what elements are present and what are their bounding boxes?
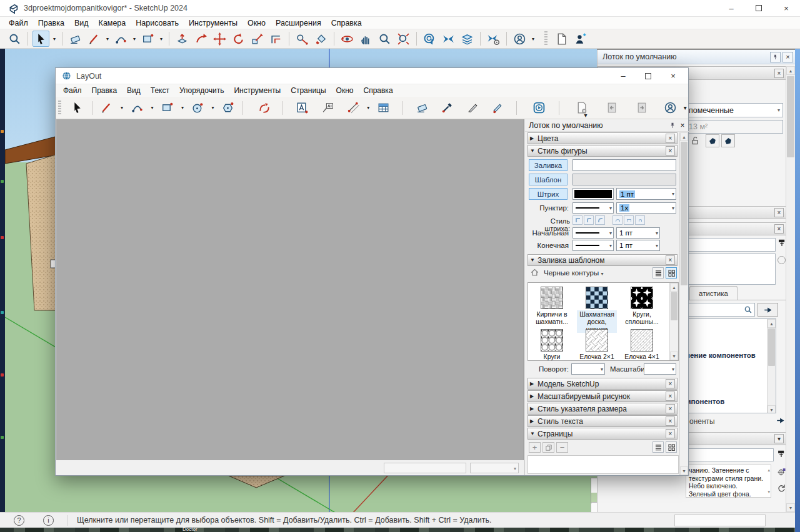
section-colors[interactable]: ▶ Цвета ×	[528, 132, 678, 144]
zoom-extents-button[interactable]	[395, 31, 412, 47]
menu-camera[interactable]: Камера	[94, 17, 131, 29]
dropdown-arrow-icon[interactable]: ▾	[119, 105, 125, 111]
select-dropdown-arrow-icon[interactable]: ▾	[51, 36, 58, 42]
house-wall[interactable]	[26, 154, 58, 310]
pages-list[interactable]	[528, 455, 679, 474]
layout-tray-scrollbar[interactable]: ▴ ▾	[679, 132, 688, 475]
stroke-corner-style-2[interactable]	[584, 215, 594, 225]
open-panel-button[interactable]	[758, 303, 778, 317]
pattern-home-button[interactable]	[530, 268, 539, 277]
offset-tool-button[interactable]	[268, 31, 284, 47]
layout-tray-header[interactable]: Лоток по умолчанию ×	[525, 119, 689, 132]
layout-maximize-button[interactable]	[636, 68, 661, 84]
help-icon[interactable]: ?	[14, 515, 24, 526]
stroke-cap-style-2[interactable]	[624, 215, 634, 225]
pattern-list-view-button[interactable]	[652, 267, 664, 278]
follow-me-tool-button[interactable]	[192, 31, 209, 47]
menu-file[interactable]: Файл	[4, 17, 33, 29]
tag-button-1[interactable]	[706, 134, 719, 147]
lo-join-tool-button[interactable]	[490, 100, 507, 116]
stroke-width-combo[interactable]: 1 пт ▾	[616, 188, 676, 200]
pages-list-view-button[interactable]	[652, 441, 664, 453]
lo-dimension-tool-button[interactable]	[345, 100, 362, 116]
minimize-button[interactable]: –	[718, 0, 745, 16]
duplicate-page-button[interactable]	[542, 442, 554, 453]
move-tool-button[interactable]	[211, 31, 228, 47]
tape-measure-tool-button[interactable]	[294, 31, 311, 47]
section-close-icon[interactable]: ×	[666, 392, 675, 401]
lo-arc-tool-button[interactable]	[129, 100, 146, 116]
toolbar-grip[interactable]	[544, 31, 548, 46]
fill-toggle-button[interactable]: Заливка	[529, 159, 568, 171]
menu-help[interactable]: Справка	[326, 17, 367, 29]
pattern-item[interactable]: Кирпичи в шахматн...	[532, 287, 572, 325]
lo-menu-tools[interactable]: Инструменты	[229, 85, 286, 96]
pattern-well[interactable]	[572, 174, 676, 185]
panel-close-icon[interactable]: ×	[774, 224, 784, 234]
scroll-up-icon[interactable]: ▴	[670, 283, 678, 292]
unlock-button[interactable]	[690, 135, 701, 147]
scroll-up-icon[interactable]: ▴	[768, 466, 770, 475]
lo-menu-help[interactable]: Справка	[358, 85, 398, 96]
pattern-swatch-basketweave[interactable]	[541, 287, 563, 309]
instructor-icon[interactable]: i	[43, 515, 54, 526]
lo-style-tool-button[interactable]	[439, 100, 456, 116]
layout-zoom-combo[interactable]: ▾	[470, 463, 519, 473]
lo-menu-file[interactable]: Файл	[58, 85, 87, 96]
pages-grid-view-button[interactable]	[666, 441, 677, 453]
extension-manager-button[interactable]	[485, 31, 502, 47]
section-close-icon[interactable]: ×	[666, 134, 675, 143]
section-text-style[interactable]: ▶ Стиль текста ×	[528, 415, 678, 427]
pan-tool-button[interactable]	[358, 31, 374, 47]
in-model-styles-button[interactable]	[777, 450, 786, 458]
scroll-down-icon[interactable]: ▾	[768, 488, 770, 496]
3d-warehouse-button[interactable]	[421, 31, 438, 47]
tray-pin-button[interactable]	[668, 121, 678, 131]
arc-dropdown-arrow-icon[interactable]: ▾	[131, 36, 138, 42]
paint-bucket-tool-button[interactable]	[312, 31, 329, 47]
maximize-button[interactable]	[745, 0, 772, 16]
scroll-up-icon[interactable]: ▴	[786, 66, 795, 75]
select-tool-button[interactable]	[32, 31, 49, 47]
pattern-swatch-herringbone-2x1[interactable]	[586, 329, 608, 352]
tag-dropdown[interactable]: помеченные ▾	[685, 103, 783, 117]
lo-line-tool-button[interactable]	[99, 100, 116, 116]
panel-close-icon[interactable]: ×	[774, 69, 784, 78]
house-base-corner[interactable]	[229, 476, 284, 488]
eraser-tool-button[interactable]	[67, 31, 84, 47]
pattern-toggle-button[interactable]: Шаблон	[529, 174, 568, 185]
tray-header[interactable]: Лоток по умолчанию ×	[598, 50, 795, 64]
update-style-button[interactable]	[777, 483, 786, 493]
add-person-button[interactable]	[572, 31, 589, 47]
push-pull-tool-button[interactable]	[174, 31, 191, 47]
panel-collapse-icon[interactable]: ▾	[774, 434, 784, 443]
section-close-icon[interactable]: ×	[666, 379, 675, 388]
scale-tool-button[interactable]	[249, 31, 266, 47]
lo-table-tool-button[interactable]	[375, 100, 392, 116]
lo-freehand-tool-button[interactable]	[256, 100, 272, 116]
menu-edit[interactable]: Правка	[33, 17, 69, 29]
section-scaled-drawing[interactable]: ▶ Масштабируемый рисунок ×	[528, 390, 678, 402]
pattern-swatch-solid-circles[interactable]	[631, 287, 653, 309]
section-close-icon[interactable]: ×	[666, 404, 675, 413]
toolbar-grip[interactable]	[58, 101, 61, 116]
search-button[interactable]	[6, 31, 23, 47]
pattern-item[interactable]: Шахматная доска, черная	[577, 287, 617, 333]
lo-menu-text[interactable]: Текст	[146, 85, 174, 96]
section-pattern-fill[interactable]: ▼ Заливка шаблоном ×	[528, 254, 678, 266]
account-button[interactable]	[511, 31, 528, 47]
pattern-scrollbar[interactable]: ▴ ▾	[669, 283, 678, 360]
rectangle-dropdown-arrow-icon[interactable]: ▾	[158, 36, 164, 42]
menu-view[interactable]: Вид	[69, 17, 94, 29]
stroke-toggle-button[interactable]: Штрих	[529, 188, 568, 200]
lo-rectangle-tool-button[interactable]	[159, 100, 176, 116]
dropdown-arrow-icon[interactable]: ▾	[149, 105, 156, 111]
delete-page-button[interactable]: −	[556, 442, 568, 453]
line-dropdown-arrow-icon[interactable]: ▾	[104, 36, 111, 42]
start-arrow-combo[interactable]: ▾	[572, 227, 614, 239]
pick-style-button[interactable]	[777, 467, 786, 476]
layers-button[interactable]	[459, 31, 476, 47]
zoom-tool-button[interactable]	[376, 31, 393, 47]
menu-extensions[interactable]: Расширения	[271, 17, 326, 29]
layout-measurement-input[interactable]	[384, 463, 466, 473]
